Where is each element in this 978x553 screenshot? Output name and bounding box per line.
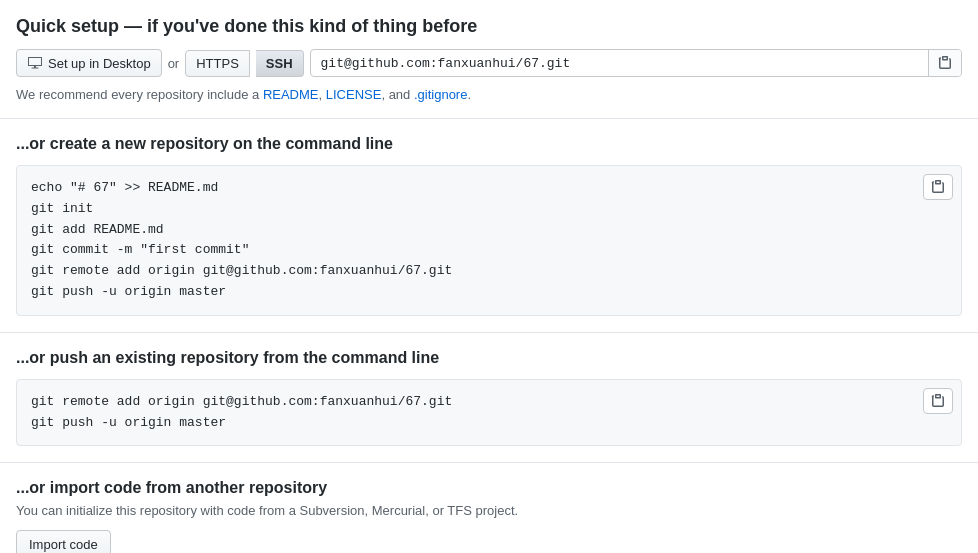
- https-button[interactable]: HTTPS: [185, 50, 250, 77]
- import-section: ...or import code from another repositor…: [0, 463, 978, 553]
- recommend-text: We recommend every repository include a …: [16, 87, 962, 102]
- copy-url-button[interactable]: [928, 50, 961, 76]
- copy-push-existing-icon: [930, 393, 946, 409]
- push-existing-title: ...or push an existing repository from t…: [16, 349, 962, 367]
- new-repo-code: echo "# 67" >> README.md git init git ad…: [31, 178, 921, 303]
- new-repo-section: ...or create a new repository on the com…: [0, 119, 978, 333]
- import-code-button[interactable]: Import code: [16, 530, 111, 553]
- gitignore-link[interactable]: .gitignore: [414, 87, 467, 102]
- url-field-container: [310, 49, 962, 77]
- desktop-btn-label: Set up in Desktop: [48, 56, 151, 71]
- license-link[interactable]: LICENSE: [326, 87, 382, 102]
- readme-link[interactable]: README: [263, 87, 319, 102]
- page-container: Quick setup — if you've done this kind o…: [0, 0, 978, 553]
- setup-desktop-button[interactable]: Set up in Desktop: [16, 49, 162, 77]
- new-repo-title: ...or create a new repository on the com…: [16, 135, 962, 153]
- new-repo-code-container: echo "# 67" >> README.md git init git ad…: [16, 165, 962, 316]
- copy-icon: [937, 55, 953, 71]
- import-title: ...or import code from another repositor…: [16, 479, 962, 497]
- copy-new-repo-icon: [930, 179, 946, 195]
- import-description: You can initialize this repository with …: [16, 503, 962, 518]
- desktop-icon: [27, 55, 43, 71]
- repo-url-input[interactable]: [311, 51, 928, 76]
- ssh-button[interactable]: SSH: [256, 50, 304, 77]
- push-existing-section: ...or push an existing repository from t…: [0, 333, 978, 464]
- quick-setup-section: Quick setup — if you've done this kind o…: [0, 0, 978, 119]
- push-existing-code-container: git remote add origin git@github.com:fan…: [16, 379, 962, 447]
- copy-new-repo-button[interactable]: [923, 174, 953, 200]
- push-existing-code: git remote add origin git@github.com:fan…: [31, 392, 921, 434]
- setup-url-row: Set up in Desktop or HTTPS SSH: [16, 49, 962, 77]
- quick-setup-title: Quick setup — if you've done this kind o…: [16, 16, 962, 37]
- or-label: or: [168, 56, 180, 71]
- copy-push-existing-button[interactable]: [923, 388, 953, 414]
